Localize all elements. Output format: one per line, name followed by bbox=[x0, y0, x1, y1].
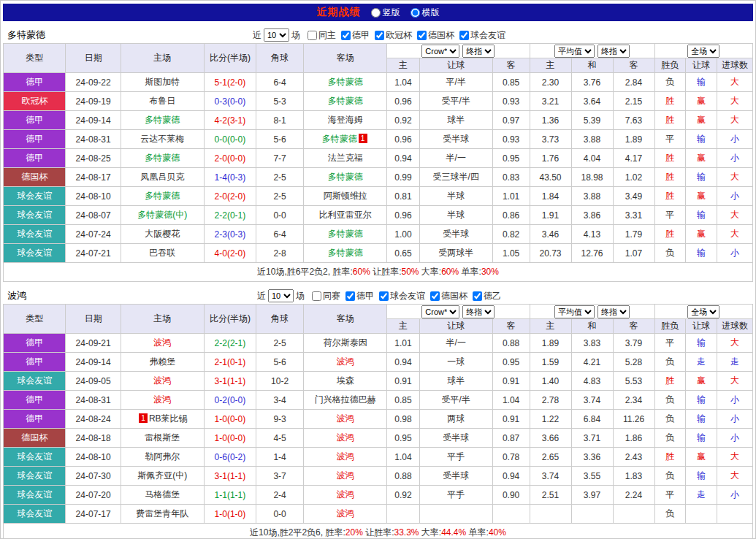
result-outcome: 负 bbox=[654, 467, 686, 486]
avg-stage-select[interactable]: 终指 bbox=[597, 45, 630, 58]
away-team-name: 多特蒙德 bbox=[304, 244, 387, 263]
corners-score: 9-3 bbox=[256, 410, 304, 429]
odds-away: 0.91 bbox=[492, 372, 530, 391]
result-outcome: 平 bbox=[654, 334, 686, 353]
filter-checkbox-4[interactable]: 德乙 bbox=[473, 290, 501, 302]
avg-away: 2.43 bbox=[613, 448, 654, 467]
corners-score: 7-7 bbox=[256, 149, 304, 168]
layout-radio-horizontal[interactable] bbox=[411, 8, 420, 18]
recent-count-select[interactable]: 10 bbox=[264, 28, 289, 42]
result-outcome: 胜 bbox=[654, 372, 686, 391]
odds-away: 0.86 bbox=[492, 206, 530, 225]
score: 4-2(3-1) bbox=[204, 111, 256, 130]
odds-away bbox=[492, 505, 530, 524]
filter-controls: 近10场同主德甲欧冠杯德国杯球会友谊 bbox=[251, 28, 505, 42]
result-outcome: 平 bbox=[654, 486, 686, 505]
result-goals: 大 bbox=[717, 467, 752, 486]
filter-checkbox-input-4[interactable] bbox=[459, 31, 469, 40]
fullmatch-select[interactable]: 全场 bbox=[687, 305, 719, 318]
away-team-name: 埃森 bbox=[304, 372, 387, 391]
filter-checkbox-input-0[interactable] bbox=[312, 291, 321, 301]
filter-checkbox-0[interactable]: 同主 bbox=[308, 29, 336, 42]
odds-away: 0.85 bbox=[492, 73, 530, 92]
filter-checkbox-label: 德乙 bbox=[484, 290, 501, 302]
filter-checkbox-input-4[interactable] bbox=[473, 291, 482, 301]
score: 5-1(2-0) bbox=[204, 73, 256, 92]
odds-home: 0.81 bbox=[387, 187, 420, 206]
filter-checkbox-3[interactable]: 德国杯 bbox=[417, 29, 454, 42]
filter-checkbox-1[interactable]: 德甲 bbox=[345, 290, 374, 302]
odds-handicap: 平手 bbox=[419, 486, 492, 505]
team-filter-bar: 多特蒙德近10场同主德甲欧冠杯德国杯球会友谊 bbox=[3, 27, 753, 43]
filter-checkbox-label: 德国杯 bbox=[428, 29, 454, 42]
avg-home: 1.40 bbox=[530, 372, 571, 391]
away-team-name-text: 多特蒙德 bbox=[328, 172, 363, 182]
score: 1-0(0-0) bbox=[204, 410, 256, 429]
filter-checkbox-2[interactable]: 球会友谊 bbox=[379, 290, 425, 302]
scope-select-cell: 全场 bbox=[654, 44, 753, 58]
home-team-name-text: 布鲁日 bbox=[149, 96, 175, 106]
avg-source-select[interactable]: 平均值 bbox=[554, 45, 595, 58]
recent-count-select[interactable]: 10 bbox=[268, 289, 294, 302]
odds-stage-select[interactable]: 终指 bbox=[462, 305, 495, 318]
layout-radio-vertical[interactable] bbox=[371, 8, 381, 18]
layout-option-vertical[interactable]: 竖版 bbox=[371, 7, 400, 19]
filter-checkbox-label: 球会友谊 bbox=[390, 290, 425, 302]
score: 2-3(0-3) bbox=[204, 225, 256, 244]
odds-handicap: 球半 bbox=[419, 372, 492, 391]
sub-column-header: 胜负 bbox=[654, 58, 686, 73]
filter-checkbox-input-2[interactable] bbox=[379, 291, 389, 301]
match-row: 球会友谊24-07-21巴吞联4-0(2-0)2-8多特蒙德0.65受两球半1.… bbox=[4, 244, 753, 263]
competition-badge: 德国杯 bbox=[4, 429, 66, 448]
odds-home: 0.65 bbox=[387, 244, 420, 263]
column-header: 角球 bbox=[256, 305, 304, 334]
score: 2-1(0-1) bbox=[204, 353, 256, 372]
away-team-name: 多特蒙德 bbox=[304, 92, 387, 111]
result-outcome: 胜 bbox=[654, 149, 686, 168]
odds-home: 0.85 bbox=[387, 391, 420, 410]
filter-checkbox-label: 球会友谊 bbox=[470, 29, 505, 42]
competition-badge: 球会友谊 bbox=[4, 448, 66, 467]
layout-label-horizontal: 横版 bbox=[422, 7, 440, 19]
result-handicap: 赢 bbox=[686, 372, 717, 391]
result-goals: 大 bbox=[717, 372, 752, 391]
match-date: 24-09-05 bbox=[66, 372, 121, 391]
avg-stage-select[interactable]: 终指 bbox=[597, 305, 630, 318]
avg-source-select[interactable]: 平均值 bbox=[554, 305, 595, 318]
away-team-name: 门兴格拉德巴赫 bbox=[304, 391, 387, 410]
sub-column-header: 主 bbox=[387, 319, 420, 334]
result-handicap: 走 bbox=[686, 486, 717, 505]
competition-badge: 球会友谊 bbox=[4, 244, 66, 263]
result-outcome: 平 bbox=[654, 206, 686, 225]
match-date: 24-07-30 bbox=[66, 467, 121, 486]
odds-stage-select[interactable]: 终指 bbox=[462, 45, 495, 58]
competition-badge: 德甲 bbox=[4, 111, 66, 130]
fullmatch-select[interactable]: 全场 bbox=[687, 45, 719, 58]
home-team-name: 多特蒙德 bbox=[121, 149, 204, 168]
layout-option-horizontal[interactable]: 横版 bbox=[411, 7, 440, 19]
match-row: 德甲24-09-21波鸿2-2(2-1)2-5荷尔斯泰因1.01半/一0.881… bbox=[4, 334, 753, 353]
avg-home: 2.65 bbox=[530, 448, 571, 467]
odds-away: 0.83 bbox=[492, 168, 530, 187]
filter-checkbox-4[interactable]: 球会友谊 bbox=[459, 29, 505, 42]
filter-checkbox-input-0[interactable] bbox=[308, 31, 317, 40]
filter-checkbox-input-2[interactable] bbox=[375, 31, 384, 40]
away-team-name: 多特蒙德1 bbox=[304, 130, 387, 149]
filter-checkbox-input-1[interactable] bbox=[341, 31, 351, 40]
odds-handicap: 球半 bbox=[419, 111, 492, 130]
filter-checkbox-1[interactable]: 德甲 bbox=[341, 29, 370, 42]
odds-handicap: 受半球 bbox=[419, 467, 492, 486]
filter-checkbox-2[interactable]: 欧冠杯 bbox=[375, 29, 412, 42]
odds-handicap: 平手 bbox=[419, 448, 492, 467]
bookmaker-select[interactable]: Crow* bbox=[421, 305, 459, 318]
bookmaker-select[interactable]: Crow* bbox=[421, 45, 459, 58]
away-team-name: 波鸿 bbox=[304, 448, 387, 467]
home-team-name: 费雷堡青年队 bbox=[121, 505, 204, 524]
avg-away: 2.15 bbox=[613, 92, 654, 111]
filter-checkbox-input-1[interactable] bbox=[345, 291, 355, 301]
filter-checkbox-input-3[interactable] bbox=[430, 291, 440, 301]
home-team-name: 波鸿 bbox=[121, 372, 204, 391]
filter-checkbox-3[interactable]: 德国杯 bbox=[430, 290, 467, 302]
filter-checkbox-0[interactable]: 同赛 bbox=[312, 290, 340, 302]
filter-checkbox-input-3[interactable] bbox=[417, 31, 427, 40]
